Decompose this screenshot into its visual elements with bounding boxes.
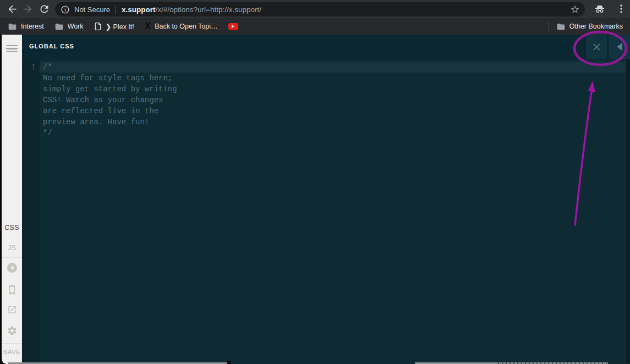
sidebar-tab-js[interactable]: JS: [2, 244, 22, 252]
settings-gear-icon[interactable]: [7, 326, 17, 336]
bookmarks-bar: Interest Work ❯ Plex It! X Back to Open …: [0, 18, 630, 35]
bookmark-youtube[interactable]: [228, 23, 238, 30]
mobile-preview-icon[interactable]: [7, 285, 17, 295]
x-logo-icon: X: [145, 21, 151, 32]
menu-hamburger-icon[interactable]: [6, 45, 18, 54]
address-separator: [116, 5, 116, 14]
code-line: preview area. Have fun!: [40, 117, 626, 128]
bookmark-back-to-open-topic[interactable]: X Back to Open Topi…: [145, 21, 218, 32]
code-line: No need for style tags here;: [40, 73, 626, 84]
open-external-icon[interactable]: [7, 305, 17, 315]
bookmark-folder-work[interactable]: Work: [54, 23, 84, 31]
forward-icon[interactable]: [22, 3, 34, 15]
code-content[interactable]: /* No need for style tags here; simply g…: [40, 62, 626, 139]
run-preview-icon[interactable]: [7, 262, 18, 273]
bookmarks-separator: [549, 22, 549, 31]
code-line: simply get started by writing: [40, 84, 626, 95]
bookmark-label: Interest: [21, 23, 44, 30]
screenshot-root: Not Secure x.support/x/#/options?url=htt…: [0, 0, 630, 364]
code-line: CSS! Watch as your changes: [40, 95, 626, 106]
sidebar-divider: [2, 257, 22, 258]
browser-menu-icon[interactable]: [616, 3, 627, 14]
incognito-icon: [594, 3, 606, 15]
address-bar[interactable]: Not Secure x.support/x/#/options?url=htt…: [55, 2, 585, 16]
line-number: 1: [22, 62, 40, 73]
url-domain: x.support: [122, 5, 156, 14]
editor-title: GLOBAL CSS: [29, 43, 74, 49]
youtube-icon: [228, 23, 238, 30]
close-editor-button[interactable]: [585, 35, 607, 59]
other-bookmarks-label: Other Bookmarks: [569, 23, 623, 30]
page-icon: [94, 22, 102, 31]
not-secure-label: Not Secure: [74, 5, 110, 14]
bottom-edge-notch: [227, 361, 231, 364]
bookmark-label: ❯ Plex It!: [106, 23, 134, 31]
folder-icon: [8, 23, 17, 31]
css-editor-pane: GLOBAL CSS 1 /* No need for style tags h…: [22, 35, 630, 364]
back-icon[interactable]: [7, 3, 18, 15]
app-sidebar: CSS JS SAVE: [2, 35, 22, 364]
code-line: /*: [40, 62, 626, 73]
triangle-left-icon: [616, 42, 623, 51]
folder-icon: [556, 23, 566, 31]
bookmark-label: Back to Open Topi…: [155, 23, 217, 30]
close-icon: [593, 43, 601, 51]
bookmark-folder-interest[interactable]: Interest: [8, 23, 44, 31]
collapsed-preview-strip[interactable]: [626, 59, 630, 364]
code-line: */: [40, 128, 626, 139]
url-path: /x/#/options?url=http://x.support/: [156, 5, 262, 14]
sidebar-tab-css[interactable]: CSS: [2, 224, 22, 231]
other-bookmarks[interactable]: Other Bookmarks: [549, 18, 623, 35]
info-icon[interactable]: [61, 5, 70, 14]
bookmark-label: Work: [68, 23, 84, 30]
reload-icon[interactable]: [39, 3, 50, 15]
save-button[interactable]: SAVE: [2, 349, 22, 355]
editor-header: GLOBAL CSS: [22, 35, 630, 59]
bookmark-star-icon[interactable]: [570, 4, 580, 14]
code-line: are reflected live in the: [40, 106, 626, 117]
line-number-gutter: 1: [22, 59, 40, 364]
collapse-panel-button[interactable]: [607, 35, 630, 59]
folder-icon: [54, 23, 64, 31]
browser-toolbar: Not Secure x.support/x/#/options?url=htt…: [0, 0, 630, 18]
url-text[interactable]: x.support/x/#/options?url=http://x.suppo…: [122, 5, 570, 14]
sidebar-divider: [2, 343, 22, 344]
bookmark-plex-it[interactable]: ❯ Plex It!: [94, 22, 134, 31]
code-editor[interactable]: 1 /* No need for style tags here; simply…: [22, 59, 630, 364]
